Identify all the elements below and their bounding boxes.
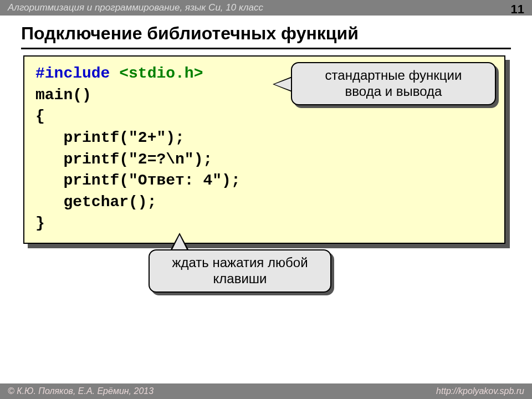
callout-text: ждать нажатия любой xyxy=(160,255,320,271)
code-line: printf("2+"); xyxy=(35,127,493,149)
code-line: } xyxy=(35,213,493,234)
copyright: © К.Ю. Поляков, Е.А. Ерёмин, 2013 xyxy=(8,386,154,396)
callout-pointer xyxy=(172,235,187,250)
callout-text: стандартные функции xyxy=(302,68,485,84)
code-line: printf("Ответ: 4"); xyxy=(35,170,493,192)
footer-url: http://kpolyakov.spb.ru xyxy=(436,386,524,396)
callout-getchar: ждать нажатия любой клавиши xyxy=(149,249,331,293)
include-keyword: #include xyxy=(35,65,110,82)
slide-title: Подключение библиотечных функций xyxy=(21,23,359,44)
course-label: Алгоритмизация и программирование, язык … xyxy=(8,2,263,13)
header-file: <stdio.h> xyxy=(119,65,203,82)
code-line: { xyxy=(35,106,493,127)
page-number: 11 xyxy=(511,2,524,17)
callout-stdio: стандартные функции ввода и вывода xyxy=(291,62,496,105)
callout-text: ввода и вывода xyxy=(302,84,485,100)
title-underline xyxy=(21,48,511,49)
callout-text: клавиши xyxy=(160,271,320,287)
code-line: printf("2=?\n"); xyxy=(35,149,493,171)
footer-bar: © К.Ю. Поляков, Е.А. Ерёмин, 2013 http:/… xyxy=(0,383,532,399)
code-line: getchar(); xyxy=(35,192,493,213)
callout-pointer xyxy=(274,78,292,91)
header-bar: Алгоритмизация и программирование, язык … xyxy=(0,0,532,16)
